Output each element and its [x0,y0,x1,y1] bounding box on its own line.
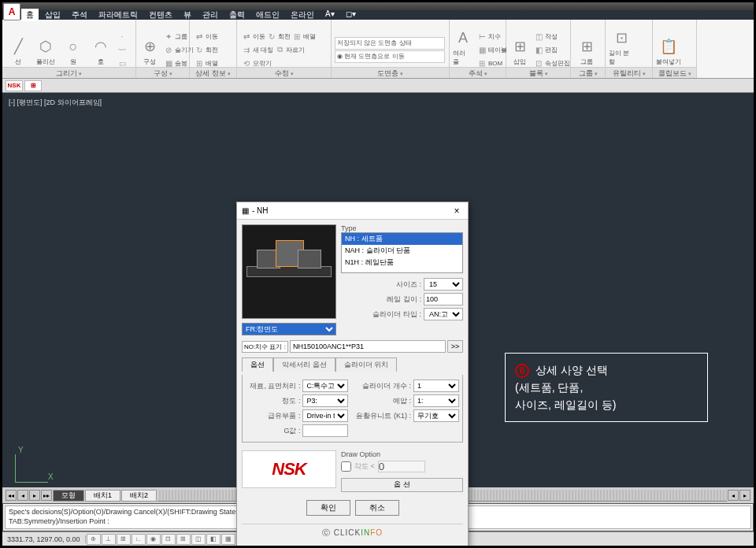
sb-5[interactable]: ⊡ [161,534,176,545]
insert-button[interactable]: ⊞삽입 [510,23,530,66]
d-s2[interactable]: ↻회전 [193,43,220,56]
tab-first[interactable]: ◂◂ [6,490,17,501]
ucs-icon: Y X [9,445,46,483]
panel-detail[interactable]: 상세 정보 [190,67,236,78]
polyline-button[interactable]: ⬡폴리선 [33,23,58,66]
layer-combo1[interactable]: 저장되지 않은 도면층 상태 [335,37,445,50]
type-item-0[interactable]: NH : 세트품 [342,233,462,245]
view-select[interactable]: FR:정면도 [242,323,336,335]
menu-annotate[interactable]: 주석 [67,9,92,21]
group-button[interactable]: ⊞그룹 [574,23,599,66]
brand-logo: NSK [242,450,336,488]
sb-9[interactable]: ▦ [221,534,235,545]
construct-icon: ⊕ [139,36,160,57]
sb-0[interactable]: ⊕ [87,534,101,545]
lube-select[interactable]: Drive-in ty [302,409,348,422]
type-item-2[interactable]: N1H : 레일단품 [342,257,462,268]
menu-a[interactable]: A▾ [321,9,339,21]
b-s1[interactable]: ◫작성 [532,30,572,43]
viewport-label[interactable]: [-] [평면도] [2D 와이어프레임] [9,98,102,108]
panel-draw[interactable]: 그리기 [2,67,135,78]
paste-button[interactable]: 📋붙여넣기 [656,23,681,66]
sb-6[interactable]: ⊞ [176,534,191,545]
menu-online[interactable]: 온라인 [286,9,319,21]
dialog-footer: Ⓒ CLICKINFO [242,524,463,542]
close-icon[interactable]: × [450,206,463,217]
panel-util[interactable]: 유틸리티 [606,67,652,78]
preload-select[interactable]: 1: [413,394,459,407]
panel-layer[interactable]: 도면층 [332,67,449,78]
a-s2[interactable]: ▦테이블 [476,43,509,56]
sb-1[interactable]: ⊥ [102,534,116,545]
g-input[interactable] [302,424,348,437]
hscroll-right[interactable]: ▸ [739,490,750,501]
hscroll-left[interactable]: ◂ [728,490,739,501]
menu-manage[interactable]: 관리 [198,9,223,21]
m-s2[interactable]: ⇉새 대칭⧉자르기 [240,43,317,56]
sb-3[interactable]: ∟ [132,534,146,545]
sb-2[interactable]: ⊞ [117,534,131,545]
menu-view[interactable]: 뷰 [179,9,196,21]
layer-combo2[interactable]: ◉ 현재 도면층으로 이동 [335,50,445,63]
sb-7[interactable]: ◫ [191,534,206,545]
type-list[interactable]: NH : 세트품 NAH : 슬라이더 단품 N1H : 레일단품 [341,232,463,273]
precision-select[interactable]: P3: [302,394,348,407]
line-button[interactable]: ╱선 [6,23,31,66]
angle-checkbox[interactable] [341,461,351,472]
ok-button[interactable]: 확인 [306,500,350,516]
panel-construct[interactable]: 구성 [136,67,189,78]
subtab-option[interactable]: 옵션 [242,357,273,372]
panel-modify[interactable]: 수정 [237,67,331,78]
tab-next[interactable]: ▸ [29,490,40,501]
subtab-sliderpos[interactable]: 슬라이더 위치 [335,357,398,372]
qat-2[interactable]: ⊞ [24,80,42,91]
menu-parametric[interactable]: 파라메트릭 [94,9,143,21]
tab-layout2[interactable]: 배치2 [121,490,157,502]
qat-nsk[interactable]: NSK [6,80,23,91]
construct-button[interactable]: ⊕구성 [139,23,160,66]
material-select[interactable]: C:특수고온 [302,380,348,392]
draw-s2[interactable]: 〰 [116,43,128,56]
dialog-titlebar[interactable]: ▦ - NH × [237,202,468,220]
option-button[interactable]: 옵 션 [341,478,463,492]
paste-icon: 📋 [658,36,679,57]
menu-home[interactable]: 홈 [21,9,39,21]
circle-button[interactable]: ○원 [61,23,86,66]
menu-output[interactable]: 출력 [224,9,250,21]
size-select[interactable]: 15 [424,278,463,291]
k1-select[interactable]: 무기호 [413,409,459,422]
drawing-canvas[interactable]: [-] [평면도] [2D 와이어프레임] Y X ▦ - NH × [2,93,754,487]
slidercount-select[interactable]: 1 [413,380,459,392]
util-button[interactable]: ⊡길이 분할 [609,23,634,66]
app-logo[interactable]: A [3,3,20,20]
tab-model[interactable]: 모형 [53,490,84,502]
partno-go[interactable]: >> [447,340,463,353]
rail-input[interactable] [424,293,463,305]
menu-content[interactable]: 컨텐츠 [144,9,177,21]
menu-insert[interactable]: 삽입 [40,9,65,21]
subtab-accessory[interactable]: 악세서리 옵션 [273,357,335,372]
tab-last[interactable]: ▸▸ [41,490,52,501]
b-s2[interactable]: ◧편집 [532,43,572,56]
coordinates[interactable]: 3331.73, 1297.00, 0.00 [2,535,86,543]
d-s1[interactable]: ⇄이동 [193,30,220,43]
sb-8[interactable]: ◧ [206,534,220,545]
a-s1[interactable]: ⊢치수 [476,30,509,43]
draw-s1[interactable]: · [116,30,128,43]
type-item-1[interactable]: NAH : 슬라이더 단품 [342,245,462,257]
arc-button[interactable]: ◠호 [88,23,113,66]
panel-clip[interactable]: 클립보드 [653,67,696,78]
partno-input[interactable] [290,340,446,353]
panel-group[interactable]: 그룹 [571,67,605,78]
m-s1[interactable]: ⇄이동↻회전⊞배열 [240,30,317,43]
slidertype-select[interactable]: AN:고하중 [424,308,463,320]
tab-layout1[interactable]: 배치1 [85,490,120,502]
mtext-button[interactable]: A여러 줄 [453,23,473,66]
tab-prev[interactable]: ◂ [17,490,28,501]
sb-4[interactable]: ◉ [146,534,161,545]
menu-ext[interactable]: ◻▾ [341,9,361,21]
menu-addin[interactable]: 애드인 [251,9,284,21]
cancel-button[interactable]: 취소 [355,500,399,516]
panel-anno[interactable]: 주석 [450,67,506,78]
panel-block[interactable]: 블록 [506,67,570,78]
